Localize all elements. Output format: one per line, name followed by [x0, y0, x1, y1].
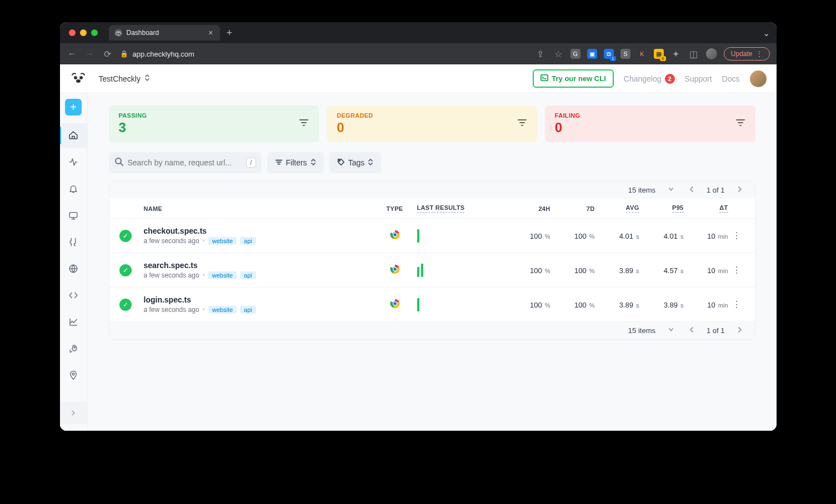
close-window-button[interactable]	[69, 29, 76, 36]
workspace-switcher[interactable]: TestCheckly	[99, 74, 151, 83]
reload-button[interactable]: ⟳	[102, 49, 113, 59]
items-dropdown-icon[interactable]	[665, 326, 677, 335]
next-page-icon[interactable]	[735, 186, 745, 194]
filter-icon[interactable]	[299, 118, 309, 130]
sidebar-item-private[interactable]	[60, 363, 88, 387]
th-24h[interactable]: 24H	[506, 205, 550, 212]
tag[interactable]: website	[208, 306, 237, 314]
docs-link[interactable]: Docs	[722, 74, 740, 83]
sidebar-item-reports[interactable]	[60, 310, 88, 334]
support-link[interactable]: Support	[685, 74, 712, 83]
sidebar-item-activity[interactable]	[60, 150, 88, 174]
extension-screen-icon[interactable]: ⧉	[604, 49, 614, 59]
sidebar-item-rocket[interactable]	[60, 336, 88, 361]
chrome-icon	[389, 267, 401, 276]
result-bars	[417, 264, 506, 277]
row-menu-icon[interactable]: ⋮	[732, 231, 741, 240]
summary-card-failing[interactable]: FAILING 0	[545, 105, 755, 142]
close-tab-icon[interactable]: ×	[208, 28, 213, 37]
tag[interactable]: website	[208, 271, 237, 279]
sidebar-item-maintenance[interactable]	[60, 230, 88, 254]
row-menu-icon[interactable]: ⋮	[732, 265, 741, 275]
tags-button[interactable]: Tags	[329, 152, 382, 173]
user-avatar[interactable]	[750, 70, 767, 87]
sidebar-item-snippets[interactable]	[60, 283, 88, 308]
metric-p95: 3.89 s	[664, 301, 684, 309]
extension-grammarly-icon[interactable]: G	[570, 49, 580, 59]
sidebar-item-dashboards[interactable]	[60, 203, 88, 228]
summary-card-degraded[interactable]: DEGRADED 0	[327, 105, 537, 142]
browser-tab[interactable]: 🦝 Dashboard ×	[109, 25, 220, 41]
update-label: Update	[731, 50, 753, 58]
update-button[interactable]: Update ⋮	[724, 47, 770, 61]
status-pass-icon: ✓	[119, 230, 132, 242]
items-dropdown-icon[interactable]	[665, 186, 677, 194]
th-p95[interactable]: P95	[639, 204, 684, 213]
table-row[interactable]: ✓search.spec.tsa few seconds ago•website…	[109, 253, 755, 287]
search-box[interactable]: /	[109, 152, 262, 173]
tabs-overflow-icon[interactable]: ⌄	[763, 28, 770, 38]
th-avg[interactable]: AVG	[595, 204, 639, 213]
summary-label: FAILING	[555, 112, 580, 119]
browser-toolbar: ← → ⟳ 🔒 app.checklyhq.com ⇪ ☆ G ▣ ⧉ S K …	[60, 43, 777, 64]
search-icon	[114, 157, 123, 168]
filters-button[interactable]: Filters	[267, 152, 324, 173]
forward-button[interactable]: →	[84, 49, 96, 59]
extension-zoom-icon[interactable]: ▣	[587, 49, 597, 59]
workspace-name: TestCheckly	[99, 74, 141, 83]
app: TestCheckly Try our new CLI Changelog 2 …	[60, 64, 777, 431]
filter-icon[interactable]	[735, 118, 745, 130]
sidebar-item-locations[interactable]	[60, 256, 88, 281]
table-row[interactable]: ✓login.spec.tsa few seconds ago•websitea…	[109, 287, 755, 321]
row-menu-icon[interactable]: ⋮	[732, 300, 741, 309]
add-button[interactable]: +	[65, 99, 82, 115]
chrome-icon	[389, 233, 401, 242]
tag[interactable]: website	[208, 237, 237, 245]
extension-notes-icon[interactable]: ▦	[654, 49, 664, 59]
metric-dt: 10 min	[707, 232, 728, 240]
th-7d[interactable]: 7D	[550, 205, 595, 212]
profile-avatar-icon[interactable]	[706, 48, 717, 59]
sidebar-expand-button[interactable]	[60, 402, 88, 424]
items-count: 15 items	[628, 326, 655, 335]
search-input[interactable]	[128, 158, 242, 167]
summary-value: 3	[119, 120, 147, 135]
svg-point-1	[79, 76, 83, 79]
extension-k-icon[interactable]: K	[637, 49, 647, 59]
menu-dots-icon: ⋮	[756, 50, 763, 58]
summary-card-passing[interactable]: PASSING 3	[109, 105, 319, 142]
back-button[interactable]: ←	[67, 49, 78, 59]
svg-point-18	[393, 301, 397, 305]
th-last[interactable]: LAST RESULTS	[417, 204, 506, 213]
next-page-icon[interactable]	[735, 326, 745, 335]
th-name[interactable]: NAME	[144, 205, 373, 212]
table-row[interactable]: ✓checkout.spec.tsa few seconds ago•websi…	[109, 218, 755, 253]
changelog-label: Changelog	[624, 74, 662, 83]
maximize-window-button[interactable]	[91, 29, 98, 36]
extensions-icon[interactable]: ✦	[670, 49, 682, 59]
logo-icon[interactable]	[70, 70, 87, 87]
sidepanel-icon[interactable]: ◫	[688, 49, 699, 59]
bookmark-icon[interactable]: ☆	[553, 49, 564, 59]
summary-row: PASSING 3 DEGRADED 0 F	[109, 105, 755, 142]
prev-page-icon[interactable]	[687, 186, 697, 194]
address-bar[interactable]: 🔒 app.checklyhq.com	[120, 50, 194, 58]
prev-page-icon[interactable]	[687, 326, 697, 335]
extension-s-icon[interactable]: S	[620, 49, 630, 59]
filter-icon[interactable]	[517, 118, 527, 130]
tag[interactable]: api	[240, 237, 256, 245]
metric-avg: 4.01 s	[619, 232, 639, 240]
table-body: ✓checkout.spec.tsa few seconds ago•websi…	[109, 218, 755, 321]
sidebar-item-alerts[interactable]	[60, 177, 88, 201]
tag[interactable]: api	[240, 271, 256, 279]
minimize-window-button[interactable]	[80, 29, 87, 36]
share-icon[interactable]: ⇪	[535, 49, 546, 59]
changelog-link[interactable]: Changelog 2	[624, 74, 675, 84]
sidebar-item-home[interactable]	[60, 123, 88, 148]
th-type[interactable]: TYPE	[373, 205, 417, 212]
tag[interactable]: api	[240, 306, 256, 314]
window-controls	[69, 29, 98, 36]
th-dt[interactable]: ΔT	[684, 204, 728, 213]
new-tab-button[interactable]: +	[227, 27, 233, 39]
cli-button[interactable]: Try our new CLI	[533, 69, 614, 88]
